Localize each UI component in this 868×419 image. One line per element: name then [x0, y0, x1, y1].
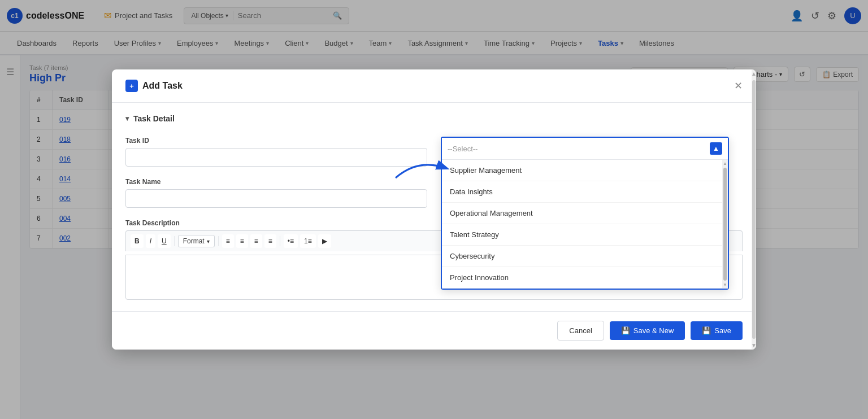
dropdown-item-project-innovation[interactable]: Project Innovation: [442, 267, 722, 289]
task-id-label: Task ID: [125, 137, 427, 145]
toolbar-align-center[interactable]: ≡: [236, 234, 248, 248]
scrollbar-up[interactable]: ▲: [723, 161, 727, 166]
format-arrow: ▾: [207, 238, 210, 245]
scrollbar-down[interactable]: ▼: [723, 282, 727, 287]
scrollbar-bottom-arrow[interactable]: ▼: [750, 341, 756, 350]
modal-close-button[interactable]: ✕: [734, 80, 743, 92]
section-label: Task Detail: [133, 114, 175, 123]
section-collapse-icon: ▾: [125, 115, 129, 123]
toolbar-underline-button[interactable]: U: [158, 234, 171, 248]
save-new-button[interactable]: 💾 Save & New: [610, 321, 685, 340]
save-icon: 💾: [702, 326, 711, 335]
toolbar-align-right[interactable]: ≡: [250, 234, 262, 248]
toolbar-align-justify[interactable]: ≡: [264, 234, 276, 248]
add-task-modal: + Add Task ✕ ▾ Task Detail Task ID Proje…: [112, 69, 756, 350]
dropdown-placeholder: --Select--: [448, 145, 478, 153]
toolbar-more[interactable]: ▶: [318, 234, 331, 248]
toolbar-italic-button[interactable]: I: [146, 234, 155, 248]
dropdown-collapse-button[interactable]: ▲: [710, 142, 722, 155]
toolbar-ordered-list[interactable]: 1≡: [300, 234, 316, 248]
dropdown-header: --Select-- ▲: [442, 138, 728, 160]
task-id-group: Task ID: [125, 137, 427, 167]
dropdown-list: Supplier Management Data Insights Operat…: [442, 160, 722, 289]
project-name-dropdown[interactable]: --Select-- ▲ Supplier Management Data In…: [441, 137, 729, 290]
task-name-group: Task Name: [125, 178, 427, 208]
task-id-input[interactable]: [125, 148, 427, 167]
project-name-group: Project Name: [441, 137, 743, 167]
scrollbar-top-arrow[interactable]: ▲: [750, 69, 756, 78]
cancel-button[interactable]: Cancel: [557, 321, 604, 341]
scrollbar-thumb: [723, 168, 727, 281]
modal-header: + Add Task ✕: [112, 69, 756, 103]
task-name-label: Task Name: [125, 178, 427, 186]
toolbar-bullet-list[interactable]: •≡: [284, 234, 298, 248]
task-name-input[interactable]: [125, 189, 427, 208]
modal-title: + Add Task: [125, 80, 183, 92]
dropdown-item-supplier-management[interactable]: Supplier Management: [442, 160, 722, 181]
modal-overlay: + Add Task ✕ ▾ Task Detail Task ID Proje…: [0, 0, 868, 419]
dropdown-item-data-insights[interactable]: Data Insights: [442, 181, 722, 203]
toolbar-divider-1: [174, 236, 175, 246]
dropdown-scrollbar[interactable]: ▲ ▼: [722, 160, 728, 289]
dropdown-item-cybersecurity[interactable]: Cybersecurity: [442, 246, 722, 267]
modal-title-icon: +: [125, 80, 138, 92]
toolbar-align-left[interactable]: ≡: [222, 234, 234, 248]
toolbar-divider-2: [218, 236, 219, 246]
dropdown-item-talent-strategy[interactable]: Talent Strategy: [442, 224, 722, 246]
toolbar-divider-3: [280, 236, 280, 246]
section-header[interactable]: ▾ Task Detail: [125, 114, 743, 123]
format-dropdown[interactable]: Format ▾: [178, 235, 215, 247]
save-button[interactable]: 💾 Save: [691, 321, 743, 340]
save-new-icon: 💾: [621, 326, 630, 335]
scrollbar-thumb: [752, 80, 756, 339]
modal-scrollbar[interactable]: ▲ ▼: [752, 69, 756, 350]
form-row-1: Task ID Project Name: [125, 137, 743, 167]
arrow-pointer: [390, 152, 452, 182]
dropdown-item-operational-management[interactable]: Operational Management: [442, 203, 722, 224]
modal-footer: Cancel 💾 Save & New 💾 Save: [112, 311, 756, 350]
dropdown-list-container: Supplier Management Data Insights Operat…: [442, 160, 728, 289]
toolbar-bold-button[interactable]: B: [131, 234, 144, 248]
modal-body: ▾ Task Detail Task ID Project Name: [112, 103, 756, 311]
